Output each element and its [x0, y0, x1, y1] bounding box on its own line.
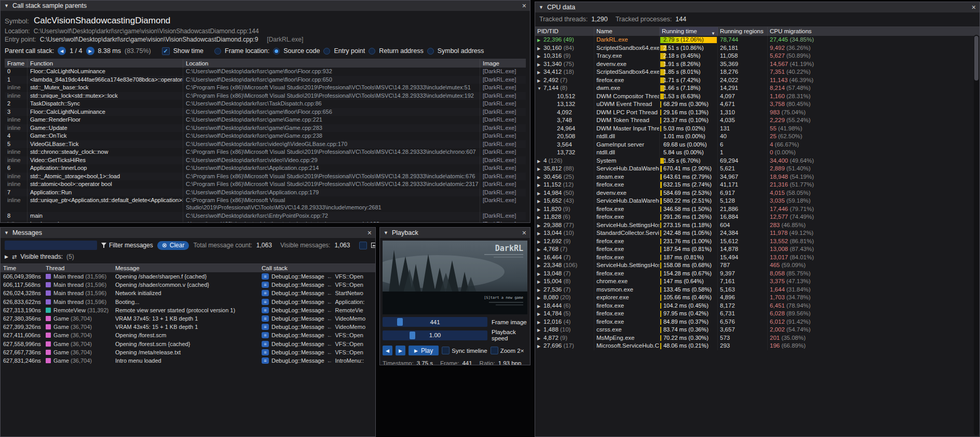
expand-arrow-icon[interactable]: ▶ — [537, 197, 543, 205]
message-row[interactable]: 627,313,190nsRemoteView (31,392)Remote v… — [1, 306, 375, 314]
cpu-process-row[interactable]: ▶1,488 (10)csrss.exe83.74 ms (0.36%)3,65… — [535, 326, 979, 334]
expand-arrow-icon[interactable]: ▶ — [537, 157, 543, 165]
cpu-process-row[interactable]: ▶35,812 (88)ServiceHub.DataWarehou670.41… — [535, 165, 979, 173]
callstack-frame-row[interactable]: inlinestd::_Mutex_base::lockC:\Program F… — [5, 84, 526, 92]
show-frame-checkbox[interactable] — [359, 242, 367, 249]
column-header-image[interactable]: Image — [480, 59, 526, 68]
cpu-process-row[interactable]: ▶14,984 (50)devenv.exe584.69 ms (2.53%)6… — [535, 189, 979, 197]
message-row[interactable]: 627,831,246nsGame (36,704)Intro menu loa… — [1, 356, 375, 365]
expand-arrow-icon[interactable]: ▶ — [537, 310, 543, 318]
expand-arrow-icon[interactable]: ▶ — [537, 206, 543, 214]
cpu-process-row[interactable]: ▶11,828 (6)firefox.exe291.26 ms (1.26%)1… — [535, 213, 979, 221]
callstack-icon[interactable]: ≡ — [262, 315, 269, 322]
radio-source-code-label[interactable]: Source code — [283, 47, 320, 55]
message-row[interactable]: 606,049,398nsMain thread (31,596)Opening… — [1, 272, 375, 281]
zoom-2x-box[interactable] — [491, 347, 498, 354]
column-header-cpu-migrations[interactable]: CPU migrations — [768, 27, 979, 36]
cpu-process-row[interactable]: ▶12,692 (9)firefox.exe231.76 ms (1.00%)1… — [535, 237, 979, 246]
callstack-titlebar[interactable]: ▼ Call stack sample parents × — [1, 1, 530, 11]
expand-arrow-icon[interactable]: ▶ — [537, 36, 543, 44]
prev-callstack-button[interactable]: ◀ — [58, 47, 66, 55]
message-row[interactable]: 627,667,736nsGame (36,704)Opening /meta/… — [1, 348, 375, 356]
step-back-button[interactable]: ◀ — [383, 346, 392, 355]
cpu-process-row[interactable]: ▶31,340 (75)devenv.exe1.91 s (8.26%)35,3… — [535, 60, 979, 69]
radio-symbol-address-label[interactable]: Symbol address — [438, 47, 484, 55]
callstack-frame-row[interactable]: inlineGame::RenderFloorC:\Users\wolf\Des… — [5, 116, 526, 124]
expand-arrow-icon[interactable]: ▶ — [537, 238, 543, 246]
callstack-icon[interactable]: ≡ — [262, 307, 269, 313]
cpu-process-row[interactable]: ▶24,964DWM Master Input Threa5.03 ms (0.… — [535, 125, 979, 133]
cpu-process-row[interactable]: ▶15,652 (43)ServiceHub.DataWarehou580.22… — [535, 197, 979, 205]
expand-arrow-icon[interactable]: ▼ — [537, 85, 543, 92]
message-row[interactable]: 627,399,326nsGame (36,704)VRAM 43x45: 15… — [1, 323, 375, 331]
cpu-process-row[interactable]: ▶8,080 (20)explorer.exe105.66 ms (0.46%)… — [535, 294, 979, 302]
sync-timeline-box[interactable] — [442, 347, 450, 354]
expand-arrow-icon[interactable]: ▶ — [537, 181, 543, 189]
callstack-frame-row[interactable]: inlinestd::unique_ptr<Application,std::d… — [5, 196, 526, 212]
cpu-process-row[interactable]: ▶20,508ntdll.dll1.01 ms (0.00%)4025 (62.… — [535, 133, 979, 141]
cpu-process-row[interactable]: ▶27,536 (7)msvsmon.exe133.45 ms (0.58%)5… — [535, 286, 979, 294]
messages-titlebar[interactable]: ▼ Messages × — [1, 228, 375, 238]
expand-arrow-icon[interactable]: ▶ — [537, 52, 543, 60]
message-row[interactable]: 626,833,622nsMain thread (31,596)Booting… — [1, 298, 375, 306]
cpu-process-row[interactable]: ▶4,872 (9)MsMpEng.exe70.22 ms (0.30%)573… — [535, 334, 979, 342]
callstack-frame-row[interactable]: inlinestd::_Atomic_storage<bool,1>::load… — [5, 173, 526, 181]
expand-arrow-icon[interactable]: ▶ — [537, 230, 543, 237]
message-filter-input[interactable] — [5, 241, 97, 250]
callstack-frame-row[interactable]: 3Floor::CalcLightNoLuminanceC:\Users\wol… — [5, 108, 526, 116]
callstack-icon[interactable]: ≡ — [262, 357, 269, 364]
cpu-titlebar[interactable]: ▼ CPU data × — [535, 2, 979, 12]
play-button[interactable]: ▶ Play — [409, 346, 439, 355]
cpu-process-row[interactable]: ▶16,464 (7)firefox.exe187 ms (0.81%)15,4… — [535, 254, 979, 262]
callstack-frame-row[interactable]: 0Floor::CalcLightNoLuminanceC:\Users\wol… — [5, 68, 526, 76]
expand-arrow-icon[interactable]: ▶ — [537, 77, 543, 85]
expand-arrow-icon[interactable]: ▶ — [537, 270, 543, 278]
cpu-process-row[interactable]: ▶2,492 (7)firefox.exe1.71 s (7.42%)24,02… — [535, 76, 979, 85]
expand-arrow-icon[interactable]: ▶ — [537, 214, 543, 221]
cpu-process-row[interactable]: ▶14,784 (5)firefox.exe97.95 ms (0.42%)6,… — [535, 310, 979, 318]
filter-messages-button[interactable]: Filter messages — [101, 242, 153, 249]
cpu-process-row[interactable]: ▶13,044 (10)StandardCollector.Servic242.… — [535, 229, 979, 237]
cpu-scrollbar[interactable] — [974, 35, 979, 435]
column-header-callstack[interactable]: Call stack — [259, 264, 375, 272]
expand-arrow-icon[interactable]: ▶ — [537, 342, 543, 350]
cpu-process-row[interactable]: ▶13,732ntdll.dll5.84 us (0.00%)10 (0.00%… — [535, 149, 979, 157]
expand-arrow-icon[interactable]: ▶ — [537, 294, 543, 302]
expand-arrow-icon[interactable]: ▶ — [537, 302, 543, 310]
cpu-process-row[interactable]: ▶30,456 (25)steam.exe643.61 ms (2.79%)34… — [535, 173, 979, 181]
cpu-process-row[interactable]: ▶27,696 (17)Microsoft.ServiceHub.Co48.06… — [535, 342, 979, 350]
expand-arrow-icon[interactable]: ▶ — [537, 45, 543, 52]
callstack-icon[interactable]: ≡ — [262, 290, 269, 296]
cpu-process-row[interactable]: ▶4,092DWM LPC Port Thread29.16 ms (0.13%… — [535, 109, 979, 117]
cpu-process-row[interactable]: ▶18,444 (6)firefox.exe104.2 ms (0.45%)8,… — [535, 302, 979, 310]
show-time-checkbox[interactable] — [162, 47, 170, 55]
expand-arrow-icon[interactable]: ▶ — [537, 286, 543, 294]
callstack-frame-row[interactable]: 5VideoGLBase::TickC:\Users\wolf\Desktop\… — [5, 140, 526, 149]
callstack-icon[interactable]: ≡ — [262, 273, 269, 280]
collapse-arrow-icon[interactable]: ▼ — [4, 3, 9, 8]
column-header-name[interactable]: Name — [594, 27, 660, 36]
zoom-2x-checkbox[interactable]: Zoom 2× — [491, 347, 524, 354]
expand-arrow-icon[interactable]: ▶ — [537, 278, 543, 286]
column-header-time[interactable]: Time — [1, 264, 43, 272]
column-header-pid-tid[interactable]: PID/TID — [535, 27, 594, 36]
cpu-process-row[interactable]: ▶11,820 (9)firefox.exe346.58 ms (1.50%)2… — [535, 205, 979, 214]
close-icon[interactable]: × — [522, 229, 526, 236]
callstack-frame-row[interactable]: inlineinvoke_maind:\agent\_work\63\s\src… — [5, 220, 526, 223]
callstack-frame-row[interactable]: 4Game::OnTickC:\Users\wolf\Desktop\darkr… — [5, 132, 526, 140]
callstack-frame-row[interactable]: 6Application::InnerLoopC:\Users\wolf\Des… — [5, 164, 526, 173]
cpu-process-row[interactable]: ▶13,048 (7)firefox.exe154.28 ms (0.67%)9… — [535, 270, 979, 278]
expand-arrow-icon[interactable]: ▶ — [537, 190, 543, 197]
cpu-process-row[interactable]: ▶4 (126)System1.55 s (6.70%)69,29434,400… — [535, 157, 979, 165]
step-forward-button[interactable]: ▶ — [396, 346, 405, 355]
callstack-icon[interactable]: ≡ — [262, 349, 269, 355]
close-icon[interactable]: × — [367, 229, 372, 236]
next-callstack-button[interactable]: ▶ — [86, 47, 94, 55]
collapse-arrow-icon[interactable]: ▼ — [384, 230, 388, 235]
cpu-process-row[interactable]: ▶3,748DWM Token Thread23.37 ms (0.10%)4,… — [535, 116, 979, 125]
collapse-arrow-icon[interactable]: ▼ — [4, 230, 9, 235]
callstack-frame-row[interactable]: inlinestd::atomic<bool>::operator boolC:… — [5, 180, 526, 189]
callstack-frame-row[interactable]: inlineGame::UpdateC:\Users\wolf\Desktop\… — [5, 124, 526, 133]
cpu-process-row[interactable]: ▶13,132uDWM Event Thread68.29 ms (0.30%)… — [535, 100, 979, 109]
radio-return-address[interactable] — [369, 48, 375, 55]
